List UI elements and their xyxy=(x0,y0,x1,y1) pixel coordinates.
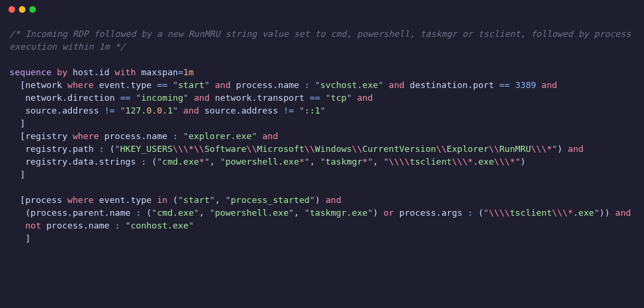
esc-bsbs: \\ xyxy=(173,144,183,154)
close-icon[interactable] xyxy=(9,6,15,13)
esc-bsbs: \\ xyxy=(489,144,499,154)
quote: " xyxy=(120,106,125,115)
quote: " xyxy=(383,157,389,167)
str-hkey-d: Windows xyxy=(315,144,352,154)
field-process-name: process.name xyxy=(104,131,168,141)
quote: " xyxy=(325,93,331,103)
esc-bsbs: \\ xyxy=(531,144,541,154)
window-titlebar xyxy=(0,0,644,19)
str-hkey-e: CurrentVersion xyxy=(362,144,436,154)
str-hkey-b: Software xyxy=(204,144,246,154)
op-colon: : xyxy=(99,144,104,154)
quote: " xyxy=(183,93,189,103)
quote: " xyxy=(315,80,320,90)
quote: " xyxy=(194,208,199,218)
esc-bsbs: \\ xyxy=(552,208,562,218)
keyword-and: and xyxy=(262,131,278,141)
str-start: start xyxy=(183,195,210,205)
quote: " xyxy=(367,208,373,218)
paren-open: ( xyxy=(173,195,178,205)
esc-bsbs: \\ xyxy=(246,144,257,154)
esc-bsbs: \\ xyxy=(194,144,204,154)
value-port: 3389 xyxy=(515,80,536,90)
paren-open: ( xyxy=(152,157,157,167)
op-eqeq: == xyxy=(157,80,167,90)
paren-close: ) xyxy=(315,195,320,205)
code-content: /* Incoming RDP followed by a new RunMRU… xyxy=(0,19,644,254)
op-colon: : xyxy=(173,131,178,141)
quote: " xyxy=(252,131,257,141)
comma: , xyxy=(199,208,204,218)
quote: " xyxy=(209,195,215,205)
esc-bsstar: \* xyxy=(183,144,194,154)
keyword-and: and xyxy=(568,144,583,154)
bracket-open: [ xyxy=(20,195,25,205)
keyword-where: where xyxy=(73,131,99,141)
str-cmd-star: cmd.exe xyxy=(162,157,199,167)
field-src-addr: source.address xyxy=(204,106,278,115)
esc-star: * xyxy=(362,157,367,167)
quote: " xyxy=(594,208,599,218)
str-loopback4b: 0.0 xyxy=(147,106,162,115)
quote: " xyxy=(157,157,162,167)
str-tsclient: tsclient xyxy=(410,157,452,167)
comma: , xyxy=(209,157,215,167)
paren-open: ( xyxy=(147,208,152,218)
field-event-type: event.type xyxy=(99,80,151,90)
quote: " xyxy=(305,208,310,218)
str-conhost: conhost.exe xyxy=(131,220,189,230)
keyword-with: with xyxy=(115,67,136,77)
bracket-open: [ xyxy=(20,131,25,141)
code-window: /* Incoming RDP followed by a new RunMRU… xyxy=(0,0,644,308)
op-colon: : xyxy=(305,80,310,90)
esc-bsstar: \* xyxy=(505,157,515,167)
value-maxspan: 1m xyxy=(183,67,194,77)
field-registry-data-strings: registry.data.strings xyxy=(25,157,136,167)
quote: " xyxy=(152,208,157,218)
quote: " xyxy=(515,157,520,167)
op-eqeq: == xyxy=(499,80,510,90)
esc-bsstar: \* xyxy=(563,208,573,218)
keyword-and: and xyxy=(194,93,209,103)
str-hkey-c: Microsoft xyxy=(257,144,305,154)
op-neq: != xyxy=(104,106,115,115)
minimize-icon[interactable] xyxy=(19,6,26,13)
keyword-by: by xyxy=(57,67,67,77)
esc-star: * xyxy=(299,157,305,167)
str-tcp: tcp xyxy=(331,93,347,103)
op-eqeq: == xyxy=(310,93,320,103)
paren-open: ( xyxy=(110,144,115,154)
str-hkey-g: RunMRU xyxy=(499,144,531,154)
str-hkey-f: Explorer xyxy=(447,144,489,154)
op-colon: : xyxy=(115,220,120,230)
str-loopback4c: .1 xyxy=(162,106,173,115)
op-eqeq: == xyxy=(120,93,131,103)
str-process-started: process_started xyxy=(231,195,310,205)
str-hkey-a: HKEY_USERS xyxy=(120,144,173,154)
paren-open: ( xyxy=(25,208,30,218)
quote: " xyxy=(367,157,373,167)
keyword-not: not xyxy=(25,220,41,230)
paren-close: ) xyxy=(557,144,562,154)
field-maxspan: maxspan xyxy=(141,67,178,77)
esc-bsbs: \\ xyxy=(452,157,462,167)
quote: " xyxy=(220,157,226,167)
quote: " xyxy=(189,220,194,230)
quote: " xyxy=(320,157,325,167)
str-taskmgr-star: taskmgr xyxy=(325,157,362,167)
esc-bsbs: \\ xyxy=(352,144,362,154)
str-taskmgr: taskmgr.exe xyxy=(310,208,368,218)
paren-close: ) xyxy=(600,208,605,218)
str-loopback4a: 127. xyxy=(125,106,147,115)
esc-bsbsbs: \\\\ xyxy=(389,157,410,167)
quote: " xyxy=(173,106,178,115)
keyword-where: where xyxy=(68,80,94,90)
field-registry-path: registry.path xyxy=(25,144,94,154)
quote: " xyxy=(378,80,383,90)
quote: " xyxy=(204,157,209,167)
comma: , xyxy=(215,195,220,205)
zoom-icon[interactable] xyxy=(29,6,36,13)
esc-bsbs: \\ xyxy=(305,144,315,154)
paren-close: ) xyxy=(605,208,610,218)
str-tsclient-ext: .exe xyxy=(573,208,594,218)
